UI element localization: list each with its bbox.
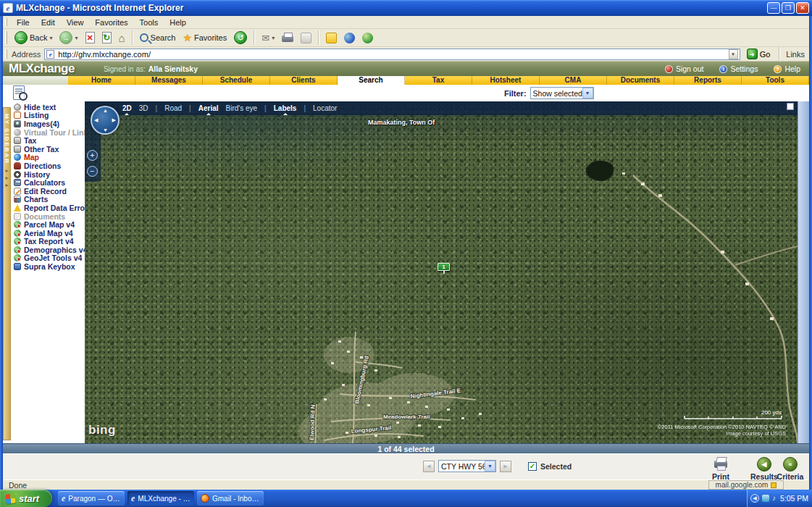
task-mlxchange[interactable]: e MLXchange - Micr... xyxy=(127,491,194,506)
messenger-button[interactable] xyxy=(341,30,358,46)
forward-dropdown-caret[interactable]: ▾ xyxy=(75,35,78,41)
menu-favorites[interactable]: Favorites xyxy=(90,17,133,28)
sidebar-item-tax-report[interactable]: Tax Report v4 xyxy=(14,238,85,246)
sidebar-item-history[interactable]: History xyxy=(14,170,85,179)
street-select-arrow[interactable]: ▼ xyxy=(485,461,495,472)
address-field[interactable]: e ▾ xyxy=(44,49,740,60)
toolbar-grip[interactable] xyxy=(5,18,7,26)
tab-reports[interactable]: Reports xyxy=(674,76,742,85)
selected-checkbox[interactable]: ✓ xyxy=(528,462,537,471)
map-locator[interactable]: Locator xyxy=(313,101,337,115)
menu-view[interactable]: View xyxy=(62,17,89,28)
print-button[interactable]: Print xyxy=(701,457,740,481)
tray-chevron-button[interactable]: ◀ xyxy=(750,494,759,503)
pan-east-arrow[interactable]: ▶ xyxy=(112,117,116,123)
tray-volume-icon[interactable]: ♪ xyxy=(772,495,776,502)
sign-out-button[interactable]: Sign out xyxy=(665,64,704,73)
sidebar-item-report-data-error[interactable]: Report Data Error xyxy=(14,204,85,212)
refresh-button[interactable]: ↻ xyxy=(99,30,114,46)
pan-north-arrow[interactable]: ▲ xyxy=(103,108,108,113)
search-button[interactable]: Search xyxy=(137,30,179,46)
stop-button[interactable]: ✕ xyxy=(83,30,98,46)
zoom-in-button[interactable]: + xyxy=(87,150,98,161)
sidebar-item-listing[interactable]: Listing xyxy=(14,112,85,120)
tab-schedule[interactable]: Schedule xyxy=(203,76,270,85)
print-toolbar-button[interactable] xyxy=(279,30,296,46)
map-toggle-labels[interactable]: Labels xyxy=(274,101,297,115)
filter-select[interactable]: Show selected ▼ xyxy=(530,87,594,99)
tab-cma[interactable]: CMA xyxy=(540,76,607,85)
sidebar-item-aerial-map[interactable]: Aerial Map v4 xyxy=(14,229,85,238)
sidebar-item-calculators[interactable]: Calculators xyxy=(14,178,85,187)
pan-south-arrow[interactable]: ▼ xyxy=(103,127,108,133)
menu-tools[interactable]: Tools xyxy=(135,17,164,28)
start-button[interactable]: start xyxy=(0,490,52,507)
home-button[interactable]: ⌂ xyxy=(116,30,128,46)
help-button[interactable]: ? Help xyxy=(774,64,800,73)
my-sidebar-strip[interactable]: MY SIDEBAR ▸▸▸ xyxy=(3,107,11,440)
mail-button[interactable]: ✉ ▾ xyxy=(259,30,277,46)
aerial-map[interactable]: Nightingale Trail E Meadowlark Trail Lon… xyxy=(85,101,798,443)
map-view-road[interactable]: Road xyxy=(164,101,182,115)
favorites-button[interactable]: ★ Favorites xyxy=(180,30,230,46)
sidebar-item-hide-text[interactable]: Hide text xyxy=(14,103,85,112)
sidebar-item-map[interactable]: Map xyxy=(14,154,85,162)
tab-tools[interactable]: Tools xyxy=(742,76,809,85)
minimize-button[interactable]: — xyxy=(767,2,780,14)
tray-icon-1[interactable] xyxy=(762,495,769,502)
menu-file[interactable]: File xyxy=(12,17,35,28)
notes-button[interactable] xyxy=(323,30,340,46)
task-paragon[interactable]: e Paragon — Online... xyxy=(58,491,125,506)
taskbar-clock[interactable]: 5:05 PM xyxy=(780,494,808,503)
go-button[interactable]: ➜ Go xyxy=(744,49,774,59)
back-dropdown-caret[interactable]: ▾ xyxy=(49,35,52,41)
close-button[interactable]: ✕ xyxy=(796,2,809,14)
tab-search[interactable]: Search xyxy=(338,76,405,85)
links-menu[interactable]: Links xyxy=(786,50,809,59)
task-gmail[interactable]: Gmail - Inbox (38)... xyxy=(197,491,264,506)
mail-dropdown-caret[interactable]: ▾ xyxy=(272,35,275,41)
sidebar-item-charts[interactable]: Charts xyxy=(14,196,85,204)
tab-home[interactable]: Home xyxy=(68,76,135,85)
pan-west-arrow[interactable]: ◀ xyxy=(94,117,98,123)
sidebar-item-parcel-map[interactable]: Parcel Map v4 xyxy=(14,220,85,229)
back-button[interactable]: ← Back ▾ xyxy=(12,30,55,46)
map-compass-control[interactable]: ▲ ▼ ◀ ▶ xyxy=(91,106,120,135)
next-listing-button[interactable]: ▶ xyxy=(500,461,511,472)
forward-button[interactable]: → ▾ xyxy=(56,30,80,46)
tab-messages[interactable]: Messages xyxy=(135,76,203,85)
toolbar-grip[interactable] xyxy=(5,31,7,44)
report-view-icon[interactable] xyxy=(13,85,25,100)
sidebar-item-tax[interactable]: Tax xyxy=(14,136,85,145)
settings-button[interactable]: i Settings xyxy=(719,64,758,73)
sidebar-item-edit-record[interactable]: Edit Record xyxy=(14,187,85,196)
sidebar-item-demographics[interactable]: Demographics v4 xyxy=(14,246,85,254)
sidebar-item-supra-keybox[interactable]: Supra Keybox xyxy=(14,262,85,271)
sidebar-item-directions[interactable]: Directions xyxy=(14,162,85,170)
msn-button[interactable] xyxy=(359,30,376,46)
map-mode-2d[interactable]: 2D xyxy=(122,101,132,115)
map-view-aerial[interactable]: Aerial xyxy=(198,101,219,115)
toolbar-grip[interactable] xyxy=(5,49,7,59)
history-button[interactable]: ↺ xyxy=(231,30,250,46)
tab-tax[interactable]: Tax xyxy=(405,76,472,85)
address-input[interactable] xyxy=(56,49,726,59)
listing-map-marker[interactable]: 1 xyxy=(438,263,450,271)
tab-clients[interactable]: Clients xyxy=(270,76,338,85)
sidebar-item-other-tax[interactable]: Other Tax xyxy=(14,145,85,154)
sidebar-item-geojet-tools[interactable]: GeoJet Tools v4 xyxy=(14,254,85,263)
sidebar-item-images[interactable]: Images(4) xyxy=(14,120,85,128)
tab-hotsheet[interactable]: Hotsheet xyxy=(472,76,540,85)
street-select[interactable]: CTY HWY 56 ▼ xyxy=(438,460,496,472)
zoom-out-button[interactable]: − xyxy=(87,166,98,177)
menu-help[interactable]: Help xyxy=(164,17,191,28)
previous-listing-button[interactable]: ◀ xyxy=(423,461,435,472)
tab-documents[interactable]: Documents xyxy=(607,76,674,85)
restore-button[interactable]: ❐ xyxy=(782,2,795,14)
menu-edit[interactable]: Edit xyxy=(36,17,60,28)
map-view-birdseye[interactable]: Bird's eye xyxy=(226,101,258,115)
map-mode-3d[interactable]: 3D xyxy=(139,101,148,115)
edit-button[interactable] xyxy=(298,30,314,46)
map-fullscreen-box[interactable] xyxy=(787,103,794,110)
address-dropdown-button[interactable]: ▾ xyxy=(729,49,738,59)
